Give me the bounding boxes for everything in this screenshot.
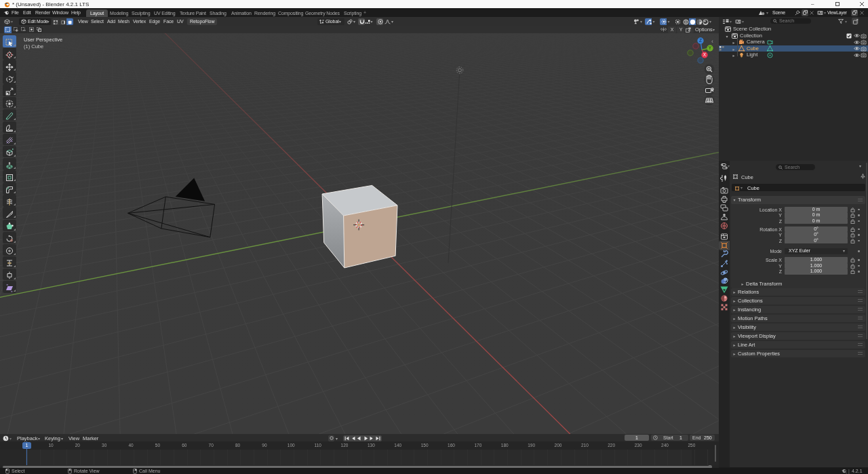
svg-text:Y: Y <box>709 45 712 50</box>
svg-text:Z: Z <box>699 38 702 43</box>
svg-text:X: X <box>703 52 707 57</box>
